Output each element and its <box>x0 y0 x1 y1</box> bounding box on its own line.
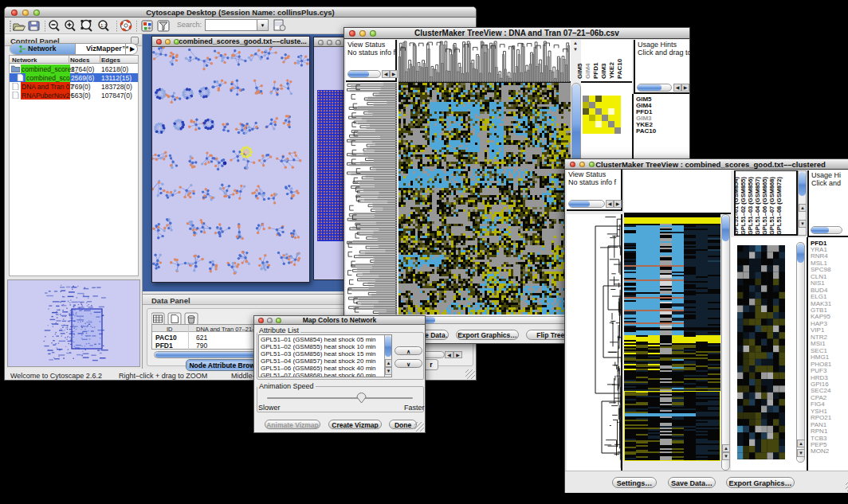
svg-text:1:1: 1:1 <box>100 23 108 28</box>
